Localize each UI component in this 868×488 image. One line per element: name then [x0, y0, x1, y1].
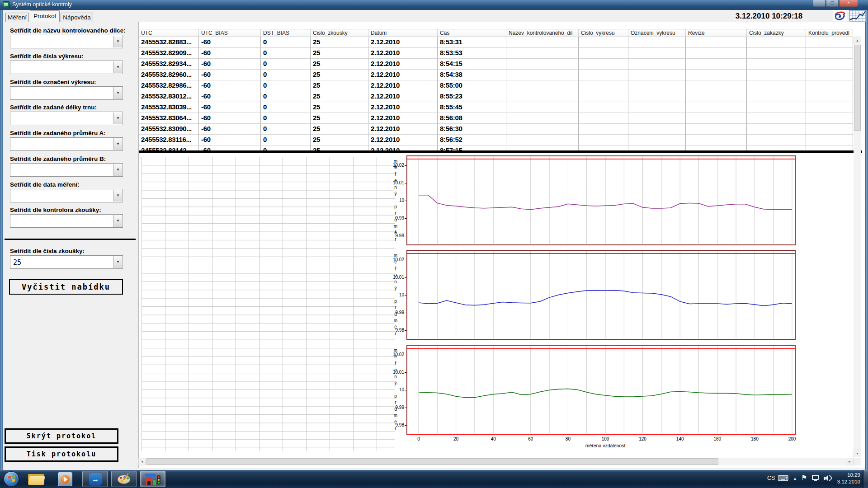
teamviewer-taskbar-button[interactable]: ↔: [82, 471, 108, 487]
column-header-oznaceni_vykresu[interactable]: Oznaceni_vykresu: [628, 29, 686, 37]
scroll-left-icon[interactable]: ◄: [138, 458, 146, 465]
table-row[interactable]: 2455532.83012...-600252.12.20108:55:23: [139, 91, 853, 102]
horizontal-scrollbar[interactable]: ◄ ►: [138, 458, 854, 465]
filter-combobox[interactable]: ▼: [10, 214, 123, 228]
filter-combobox[interactable]: ▼: [10, 137, 123, 151]
clear-menu-button[interactable]: Vyčistit nabídku: [9, 279, 123, 295]
vertical-scroll-thumb[interactable]: [854, 45, 861, 131]
column-header-revize[interactable]: Revize: [686, 29, 747, 37]
table-cell: [686, 37, 747, 48]
filter-combobox[interactable]: ▼: [10, 35, 123, 48]
filter-combobox[interactable]: ▼: [10, 112, 123, 125]
hidden-icons-arrow-icon[interactable]: ▲: [793, 476, 797, 481]
table-row[interactable]: 2455532.83116...-600252.12.20108:56:52: [139, 135, 853, 145]
column-header-nazev_kontrolovaneho_dil[interactable]: Nazev_kontrolovaneho_dil: [506, 29, 579, 37]
filter-combobox[interactable]: ▼: [10, 189, 123, 202]
column-header-cislo_vykresu[interactable]: Cislo_vykresu: [579, 29, 628, 37]
media-player-taskbar-icon[interactable]: [58, 472, 72, 486]
table-cell: [628, 80, 686, 91]
maximize-button[interactable]: ▢: [826, 0, 839, 7]
table-row[interactable]: 2455532.83039...-600252.12.20108:55:45: [139, 102, 853, 113]
table-row[interactable]: 2455532.82960...-600252.12.20108:54:38: [139, 70, 853, 80]
table-cell: [628, 48, 686, 59]
table-cell: [747, 91, 806, 102]
scroll-down-icon[interactable]: ▼: [854, 450, 861, 457]
close-button[interactable]: ×: [839, 0, 858, 7]
table-cell: [747, 48, 806, 59]
table-cell: 2.12.2010: [368, 102, 438, 113]
column-header-utc_bias[interactable]: UTC_BIAS: [199, 29, 261, 37]
horizontal-scroll-thumb[interactable]: [146, 458, 718, 465]
column-header-dst_bias[interactable]: DST_BIAS: [261, 29, 311, 37]
chevron-down-icon[interactable]: ▼: [113, 190, 122, 202]
y-axis-title-letter: ý: [393, 191, 398, 196]
tab-nápověda[interactable]: Nápověda: [61, 13, 93, 22]
table-row[interactable]: 2455532.82909...-600252.12.20108:53:53: [139, 48, 853, 59]
keyboard-icon[interactable]: ⌨: [778, 474, 789, 483]
table-cell: [579, 135, 628, 145]
chevron-down-icon[interactable]: ▼: [113, 256, 122, 268]
chevron-down-icon[interactable]: ▼: [113, 61, 122, 73]
table-cell: [686, 102, 747, 113]
column-header-cislo_zakazky[interactable]: Cislo_zakazky: [747, 29, 806, 37]
print-protocol-button[interactable]: Tisk protokolu: [5, 446, 118, 462]
table-cell: 0: [261, 37, 311, 48]
table-cell: [628, 135, 686, 145]
chevron-down-icon[interactable]: ▼: [113, 87, 122, 99]
chevron-down-icon[interactable]: ▼: [113, 164, 122, 176]
clock[interactable]: 10:29 3.12.2010: [834, 472, 860, 485]
column-header-cas[interactable]: Cas: [438, 29, 506, 37]
paint-taskbar-button[interactable]: [111, 471, 137, 487]
table-row[interactable]: 2455532.83142...-600252.12.20108:57:15: [139, 145, 853, 150]
explorer-taskbar-icon[interactable]: [28, 473, 45, 486]
y-tick-label: 10.02: [389, 163, 404, 168]
table-cell: 2.12.2010: [368, 91, 438, 102]
chevron-down-icon[interactable]: ▼: [113, 113, 122, 124]
test-number-combobox[interactable]: 25 ▼: [10, 255, 123, 269]
column-header-utc[interactable]: UTC: [139, 29, 199, 37]
optical-control-app-taskbar-button[interactable]: [140, 471, 165, 487]
table-cell: 25: [311, 145, 368, 150]
table-cell: [806, 102, 853, 113]
table-cell: [506, 135, 579, 145]
filter-label: Setřídit dle zadané délky trnu:: [10, 104, 97, 111]
filter-combobox[interactable]: ▼: [10, 163, 123, 177]
column-header-kontrolu_provedl[interactable]: Kontrolu_provedl: [806, 29, 853, 37]
filter-label: Setřídit dle čísla zkoušky:: [10, 248, 85, 254]
show-desktop-button[interactable]: [863, 470, 868, 488]
filter-combobox[interactable]: ▼: [10, 86, 123, 100]
tab-měření[interactable]: Měření: [5, 13, 29, 22]
table-cell: [747, 80, 806, 91]
table-row[interactable]: 2455532.82986...-600252.12.20108:55:00: [139, 80, 853, 91]
scroll-up-icon[interactable]: ▲: [854, 37, 861, 44]
scroll-right-icon[interactable]: ►: [846, 458, 854, 465]
table-row[interactable]: 2455532.83064...-600252.12.20108:56:08: [139, 113, 853, 124]
tab-protokol[interactable]: Protokol: [30, 10, 60, 22]
chevron-down-icon[interactable]: ▼: [113, 215, 122, 227]
chevron-down-icon[interactable]: ▼: [113, 36, 122, 47]
vertical-scrollbar[interactable]: ▲ ▼: [854, 37, 861, 457]
table-cell: 2.12.2010: [368, 59, 438, 70]
language-indicator[interactable]: CS: [767, 475, 775, 481]
table-row[interactable]: 2455532.82934...-600252.12.20108:54:15: [139, 59, 853, 70]
teamviewer-icon: ↔: [89, 473, 102, 486]
table-cell: [747, 113, 806, 124]
column-header-datum[interactable]: Datum: [368, 29, 438, 37]
app-building-icon: [145, 474, 156, 485]
table-row[interactable]: 2455532.83090...-600252.12.20108:56:30: [139, 124, 853, 135]
network-icon[interactable]: [812, 475, 819, 480]
table-cell: -60: [199, 37, 261, 48]
minimize-button[interactable]: –: [813, 0, 826, 7]
column-header-cislo_zkousky[interactable]: Cislo_zkousky: [311, 29, 368, 37]
table-cell: [506, 70, 579, 80]
table-row[interactable]: 2455532.82883...-600252.12.20108:53:31: [139, 37, 853, 48]
table-cell: [628, 91, 686, 102]
table-cell: [686, 91, 747, 102]
y-tick-label: 9.99: [389, 405, 404, 410]
chevron-down-icon[interactable]: ▼: [113, 138, 122, 150]
x-tick-label: 120: [634, 436, 652, 441]
action-center-flag-icon[interactable]: ⚑: [801, 474, 807, 482]
start-button[interactable]: [4, 471, 19, 487]
filter-combobox[interactable]: ▼: [10, 61, 123, 74]
hide-protocol-button[interactable]: Skrýt protokol: [5, 428, 118, 444]
